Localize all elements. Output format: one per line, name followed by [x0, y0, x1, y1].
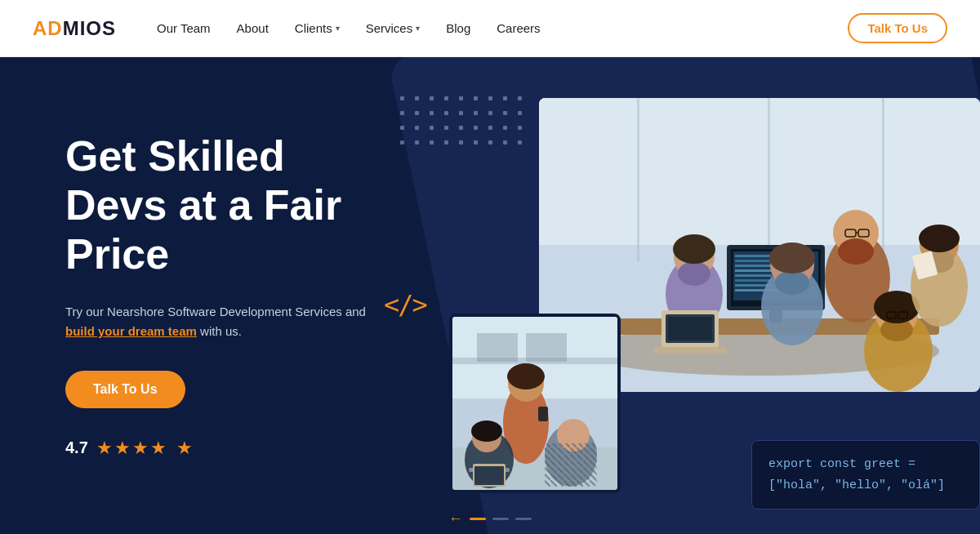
- nav-links: Our Team About Clients ▾ Services ▾ Blog…: [157, 21, 848, 35]
- nav-clients[interactable]: Clients ▾: [295, 21, 340, 35]
- slide-indicator-2[interactable]: [492, 518, 509, 520]
- nav-about[interactable]: About: [237, 21, 269, 35]
- svg-rect-67: [474, 466, 504, 485]
- logo-suffix: MIOS: [63, 17, 116, 39]
- svg-point-32: [769, 243, 815, 274]
- hero-subtitle: Try our Nearshore Software Development S…: [65, 302, 376, 341]
- svg-point-31: [775, 270, 809, 295]
- svg-point-56: [507, 363, 545, 389]
- svg-rect-51: [477, 333, 518, 362]
- svg-rect-4: [882, 98, 884, 261]
- hero-section: Get Skilled Devs at a Fair Price Try our…: [0, 57, 980, 534]
- clients-dropdown-icon: ▾: [336, 24, 340, 33]
- svg-point-42: [919, 225, 960, 252]
- dot-grid-decoration: › › › › › › › › › › › › ‹ ‹ ‹ ‹ ‹ ‹ ›: [400, 96, 529, 152]
- services-dropdown-icon: ▾: [416, 24, 420, 33]
- navbar-cta-button[interactable]: Talk To Us: [848, 13, 947, 43]
- navbar: ADMIOS Our Team About Clients ▾ Services…: [0, 0, 980, 57]
- slide-indicators: ←: [448, 510, 532, 527]
- nav-blog[interactable]: Blog: [446, 21, 470, 35]
- svg-rect-12: [735, 265, 776, 267]
- hero-subtitle-text-before: Try our Nearshore Software Development S…: [65, 305, 366, 318]
- rating-stars: ★★★★: [96, 438, 168, 459]
- hero-small-image: [449, 314, 621, 493]
- logo[interactable]: ADMIOS: [33, 17, 116, 40]
- nav-services[interactable]: Services ▾: [366, 21, 421, 35]
- code-bracket-decoration: </>: [384, 289, 426, 320]
- svg-point-60: [471, 421, 502, 442]
- svg-rect-14: [735, 274, 772, 277]
- svg-rect-2: [637, 98, 639, 261]
- hero-cta-button[interactable]: Talk To Us: [65, 371, 185, 408]
- logo-prefix: AD: [33, 17, 63, 39]
- svg-rect-63: [545, 443, 597, 487]
- hero-right: › › › › › › › › › › › › ‹ ‹ ‹ ‹ ‹ ‹ ›: [376, 57, 980, 534]
- nav-careers[interactable]: Careers: [497, 21, 540, 35]
- svg-rect-3: [768, 98, 770, 261]
- code-snippet-box: export const greet = ["hola", "hello", "…: [751, 440, 980, 510]
- nav-our-team[interactable]: Our Team: [157, 21, 211, 35]
- svg-point-25: [838, 238, 874, 265]
- hero-subtitle-link[interactable]: build your dream team: [65, 324, 197, 338]
- small-team-photo-svg: [452, 317, 621, 493]
- svg-rect-52: [526, 333, 567, 362]
- svg-rect-1: [539, 98, 980, 245]
- svg-rect-46: [668, 317, 712, 340]
- rating-value: 4.7: [65, 438, 88, 457]
- hero-small-image-inner: [452, 317, 617, 490]
- svg-point-22: [673, 234, 715, 264]
- hero-rating: 4.7 ★★★★★: [65, 438, 376, 459]
- slide-indicator-3[interactable]: [515, 518, 532, 520]
- svg-point-21: [678, 261, 710, 286]
- hero-subtitle-text-after: with us.: [197, 324, 242, 338]
- hero-title: Get Skilled Devs at a Fair Price: [65, 132, 376, 278]
- svg-rect-47: [653, 347, 727, 354]
- code-line-1: export const greet =: [768, 454, 963, 475]
- slide-prev-arrow[interactable]: ←: [448, 510, 463, 527]
- slide-indicator-active[interactable]: [470, 518, 486, 520]
- rating-half-star: ★: [176, 438, 193, 459]
- svg-rect-57: [538, 407, 548, 421]
- code-line-2: ["hola", "hello", "olá"]: [768, 475, 963, 496]
- hero-left: Get Skilled Devs at a Fair Price Try our…: [0, 132, 376, 458]
